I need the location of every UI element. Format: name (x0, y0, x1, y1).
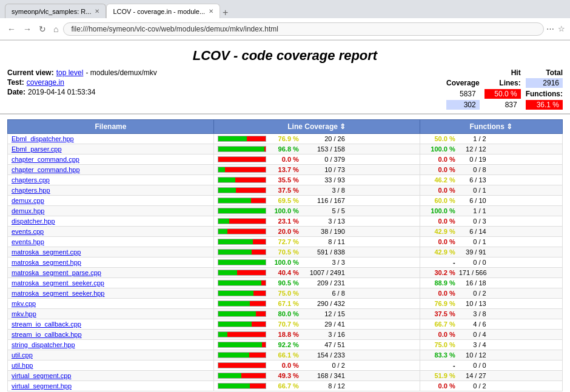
line-count: 10 / 73 (303, 166, 345, 173)
func-count: 39 / 91 (459, 248, 486, 256)
filename-link[interactable]: mkv.cpp (12, 300, 36, 307)
tab-2[interactable]: LCOV - coverage.in - module... ✕ (106, 4, 220, 18)
filename-link[interactable]: dispatcher.hpp (12, 218, 55, 225)
address-bar[interactable] (63, 22, 544, 36)
line-pct: 40.4 % (270, 269, 299, 276)
tab-1[interactable]: symeonp/vlc_samples: R... ✕ (5, 4, 106, 18)
func-pct: 42.9 % (424, 248, 455, 256)
filename-link[interactable]: virtual_segment.hpp (12, 382, 72, 390)
func-coverage-cell: 76.9 %10 / 13 (420, 299, 562, 309)
date-row: Date: 2019-04-14 01:53:34 (7, 88, 157, 96)
hit-header: Hit (485, 68, 521, 77)
table-row: demux.cpp69.5 %116 / 16760.0 %6 / 10 (8, 196, 563, 206)
func-count: 171 / 566 (459, 269, 487, 276)
table-row: dispatcher.hpp23.1 %3 / 130.0 %0 / 3 (8, 216, 563, 227)
lines-label: Lines: (485, 79, 521, 87)
col-header-linecov[interactable]: Line Coverage ⇕ (213, 120, 420, 134)
test-link[interactable]: coverage.in (27, 78, 64, 87)
filename-link[interactable]: chapter_command.hpp (12, 166, 80, 173)
filename-link[interactable]: stream_io_callback.cpp (12, 321, 81, 328)
line-pct: 13.7 % (270, 166, 299, 173)
filename-link[interactable]: chapters.cpp (12, 176, 50, 184)
table-row: virtual_segment.cpp49.3 %168 / 34151.9 %… (8, 371, 563, 381)
col-header-filename[interactable]: Filename (8, 120, 214, 134)
browser-chrome: symeonp/vlc_samples: R... ✕ LCOV - cover… (0, 0, 570, 41)
filename-link[interactable]: chapter_command.cpp (12, 156, 79, 163)
tab-2-label: LCOV - coverage.in - module... (113, 8, 205, 15)
line-pct: 70.5 % (270, 248, 299, 256)
lines-cov: 50.0 % (485, 89, 521, 99)
menu-icon[interactable]: ⋯ (546, 24, 554, 33)
filename-link[interactable]: chapters.hpp (12, 187, 50, 194)
func-pct: - (424, 259, 455, 266)
func-pct: 88.9 % (424, 279, 455, 287)
filename-link[interactable]: virtual_segment.cpp (12, 372, 71, 379)
line-pct: 66.7 % (270, 382, 299, 390)
coverage-bar (218, 156, 266, 162)
line-count: 33 / 93 (303, 176, 345, 184)
filename-link[interactable]: matroska_segment_seeker.cpp (12, 279, 104, 287)
coverage-bar (218, 167, 266, 173)
func-count: 16 / 18 (459, 279, 486, 287)
filename-link[interactable]: demux.hpp (12, 207, 44, 214)
filename-link[interactable]: demux.cpp (12, 197, 44, 204)
line-count: 209 / 231 (303, 279, 345, 287)
line-coverage-cell: 90.5 %209 / 231 (213, 278, 420, 288)
home-button[interactable]: ⌂ (51, 23, 61, 35)
filename-link[interactable]: matroska_segment_seeker.hpp (12, 290, 104, 297)
new-tab-button[interactable]: + (223, 7, 228, 18)
func-count: 1 / 2 (459, 135, 486, 142)
func-pct: 100.0 % (424, 145, 455, 153)
func-coverage-cell: 37.5 %3 / 8 (420, 309, 562, 319)
line-coverage-cell: 100.0 %5 / 5 (213, 206, 420, 216)
func-coverage-cell: 66.7 %4 / 6 (420, 319, 562, 330)
func-pct: 0.0 % (424, 238, 455, 245)
reload-button[interactable]: ↻ (36, 23, 49, 35)
tab-2-close[interactable]: ✕ (209, 8, 213, 15)
func-count: 0 / 1 (459, 238, 486, 245)
coverage-bar (218, 208, 266, 214)
line-count: 0 / 2 (303, 362, 345, 369)
filename-link[interactable]: util.hpp (12, 362, 33, 369)
filename-link[interactable]: matroska_segment_parse.cpp (12, 269, 101, 276)
line-coverage-cell: 69.5 %116 / 167 (213, 196, 420, 206)
col-header-funcov[interactable]: Functions ⇕ (420, 120, 562, 134)
func-pct: 60.0 % (424, 197, 455, 204)
forward-button[interactable]: → (21, 23, 34, 35)
coverage-bar (218, 177, 266, 183)
filename-link[interactable]: matroska_segment.hpp (12, 259, 81, 266)
top-level-link[interactable]: top level (56, 68, 84, 77)
coverage-bar (218, 198, 266, 204)
coverage-bar (218, 342, 266, 348)
filename-link[interactable]: matroska_segment.cpp (12, 248, 81, 256)
func-count: 10 / 13 (459, 300, 486, 307)
line-count: 168 / 341 (303, 372, 345, 379)
filename-link[interactable]: Ebml_parser.cpp (12, 145, 62, 153)
tab-1-close[interactable]: ✕ (95, 8, 99, 15)
filename-link[interactable]: stream_io_callback.hpp (12, 331, 82, 338)
filename-link[interactable]: string_dispatcher.hpp (12, 341, 75, 348)
filename-link[interactable]: Ebml_dispatcher.hpp (12, 135, 74, 142)
table-row: stream_io_callback.hpp18.8 %3 / 160.0 %0… (8, 330, 563, 340)
filename-link[interactable]: util.cpp (12, 351, 33, 359)
func-coverage-cell: 83.3 %10 / 12 (420, 350, 562, 360)
line-pct: 80.0 % (270, 310, 299, 317)
table-row: string_dispatcher.hpp92.2 %47 / 5175.0 %… (8, 340, 563, 350)
func-count: 6 / 10 (459, 197, 486, 204)
func-pct: - (424, 362, 455, 369)
func-pct: 0.0 % (424, 290, 455, 297)
line-pct: 35.5 % (270, 176, 299, 184)
func-coverage-cell: 46.2 %6 / 13 (420, 175, 562, 185)
page-content: LCOV - code coverage report Current view… (0, 41, 570, 392)
filename-link[interactable]: events.cpp (12, 228, 44, 235)
bookmark-icon[interactable]: ☆ (558, 24, 565, 33)
line-coverage-cell: 23.1 %3 / 13 (213, 216, 420, 227)
func-count: 12 / 12 (459, 145, 486, 153)
func-count: 4 / 6 (459, 321, 486, 328)
back-button[interactable]: ← (5, 23, 18, 35)
filename-link[interactable]: events.hpp (12, 238, 44, 245)
line-coverage-cell: 0.0 %0 / 2 (213, 360, 420, 371)
line-pct: 66.1 % (270, 351, 299, 359)
func-coverage-cell: 100.0 %12 / 12 (420, 144, 562, 154)
filename-link[interactable]: mkv.hpp (12, 310, 36, 317)
